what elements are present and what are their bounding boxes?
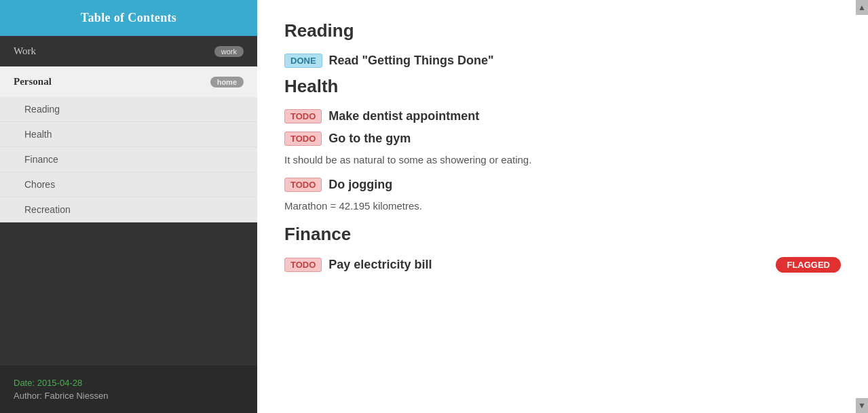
- todo-text-read-gtd: Read "Getting Things Done": [329, 54, 494, 68]
- section-reading-title: Reading: [284, 20, 841, 41]
- badge-todo-dentist: TODO: [284, 109, 322, 123]
- sidebar-badge-work: work: [214, 46, 244, 57]
- todo-text-dentist: Make dentist appointment: [328, 109, 479, 123]
- sidebar-sub-item-reading[interactable]: Reading: [0, 97, 257, 122]
- sidebar-badge-personal: home: [210, 77, 244, 87]
- section-finance-title: Finance: [284, 224, 841, 245]
- todo-text-gym: Go to the gym: [328, 132, 411, 146]
- scroll-up-button[interactable]: ▲: [856, 0, 868, 15]
- todo-item-electricity: TODO Pay electricity bill FLAGGED: [284, 257, 841, 273]
- badge-todo-electricity: TODO: [284, 258, 322, 272]
- note-gym: It should be as natural to some as showe…: [284, 154, 841, 165]
- sidebar-item-personal[interactable]: Personal home: [0, 66, 257, 97]
- sidebar-author: Author: Fabrice Niessen: [14, 391, 244, 401]
- note-jogging: Marathon = 42.195 kilometres.: [284, 200, 841, 212]
- badge-done-read: DONE: [284, 54, 322, 68]
- sidebar-item-work-label: Work: [14, 45, 36, 57]
- sidebar-footer: Date: 2015-04-28 Author: Fabrice Niessen: [0, 366, 257, 413]
- todo-row-electricity: TODO Pay electricity bill: [284, 258, 432, 272]
- todo-item-jogging: TODO Do jogging: [284, 178, 841, 192]
- sidebar-sub-items: Reading Health Finance Chores Recreation: [0, 97, 257, 222]
- section-health-title: Health: [284, 76, 841, 97]
- sidebar-sub-item-chores[interactable]: Chores: [0, 172, 257, 197]
- todo-text-jogging: Do jogging: [328, 178, 392, 192]
- main-content[interactable]: ▲ Reading DONE Read "Getting Things Done…: [257, 0, 868, 413]
- todo-item-read-gtd: DONE Read "Getting Things Done": [284, 54, 841, 68]
- sidebar: Table of Contents Work work Personal hom…: [0, 0, 257, 413]
- sidebar-date: Date: 2015-04-28: [14, 378, 244, 388]
- badge-todo-jogging: TODO: [284, 178, 322, 192]
- sidebar-sub-item-finance[interactable]: Finance: [0, 147, 257, 172]
- flagged-badge: FLAGGED: [776, 257, 841, 273]
- sidebar-title: Table of Contents: [0, 0, 257, 36]
- sidebar-sub-item-recreation[interactable]: Recreation: [0, 197, 257, 222]
- sidebar-item-personal-label: Personal: [14, 76, 52, 87]
- todo-item-dentist: TODO Make dentist appointment: [284, 109, 841, 123]
- scroll-down-button[interactable]: ▼: [856, 398, 868, 413]
- badge-todo-gym: TODO: [284, 132, 322, 146]
- todo-item-gym: TODO Go to the gym: [284, 132, 841, 146]
- sidebar-sub-item-health[interactable]: Health: [0, 122, 257, 147]
- sidebar-item-work[interactable]: Work work: [0, 36, 257, 66]
- todo-text-electricity: Pay electricity bill: [328, 258, 432, 272]
